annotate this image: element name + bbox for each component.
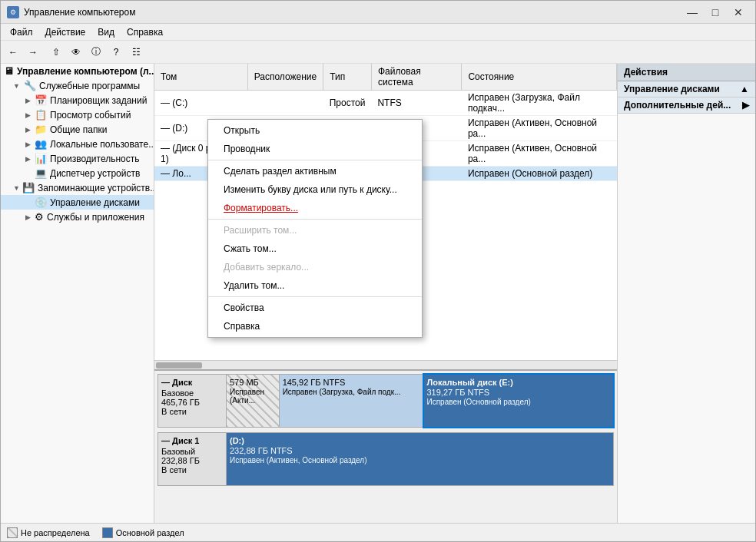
computer-icon: 🖥 [4,65,14,77]
status-lo: Исправен (Основной раздел) [462,167,617,181]
ctx-open[interactable]: Открыть [208,121,422,140]
action-section-diskmgmt: Управление дисками ▲ [618,81,755,97]
status-d0p1: Исправен (Активен, Основной ра... [462,141,617,167]
nav-arrows: ← → [4,44,42,61]
sidebar-item-events[interactable]: ▶ 📋 Просмотр событий [1,107,154,122]
expand-utilities-icon[interactable]: ▼ [13,82,22,90]
sidebar-item-utilities[interactable]: ▼ 🔧 Служебные программы [1,78,154,93]
sidebar-item-services[interactable]: ▶ ⚙ Службы и приложения [1,210,154,224]
col-status[interactable]: Состояние [462,64,617,91]
status-c: Исправен (Загрузка, Файл подкач... [462,91,617,116]
status-bar: Не распределена Основной раздел [1,523,755,541]
devmgr-icon: 💻 [35,167,47,179]
expand-perf-icon[interactable]: ▶ [25,155,35,163]
disk1-type: Базовый [161,447,223,456]
action-section-more-title[interactable]: Дополнительные дей... ▶ [618,97,755,114]
sidebar-item-storage[interactable]: ▼ 💾 Запоминающие устройств... [1,180,154,195]
sidebar-item-diskmgmt[interactable]: ▶ 💿 Управление дисками [1,195,154,210]
expand-users-icon[interactable]: ▶ [25,140,35,148]
expand-services-icon[interactable]: ▶ [25,213,35,221]
disk1-info: — Диск 1 Базовый 232,88 ГБ В сети [158,432,227,486]
table-row[interactable]: — (C:) Простой NTFS Исправен (Загрузка, … [154,91,617,116]
sidebar: 🖥 Управление компьютером (л... ▼ 🔧 Служе… [1,64,154,523]
sidebar-users-label: Локальные пользовате... [50,139,154,150]
close-button[interactable]: ✕ [728,4,749,21]
diskmgmt-icon: 💿 [35,197,47,208]
disk1-part1-status: Исправен (Активен, Основной раздел) [230,456,610,464]
expand-folders-icon[interactable]: ▶ [25,126,35,134]
sidebar-item-folders[interactable]: ▶ 📁 Общие папки [1,122,154,137]
sidebar-item-devmgr[interactable]: ▶ 💻 Диспетчер устройств [1,166,154,180]
ctx-change-letter[interactable]: Изменить букву диска или путь к диску... [208,180,422,199]
action-diskmgmt-arrow: ▲ [740,84,749,94]
ctx-active[interactable]: Сделать раздел активным [208,162,422,180]
disk0-status: В сети [161,407,223,416]
disk0-part1[interactable]: 579 МБ Исправен (Акти... [227,375,280,427]
expand-scheduler-icon[interactable]: ▶ [25,97,35,104]
menu-help[interactable]: Справка [121,25,169,39]
ctx-shrink[interactable]: Сжать том... [208,240,422,258]
disk1-partitions: (D:) 232,88 ГБ NTFS Исправен (Активен, О… [227,432,614,486]
menu-file[interactable]: Файл [4,25,39,39]
disk1-name: — Диск 1 [161,436,223,445]
disk0-part3[interactable]: Локальный диск (E:) 319,27 ГБ NTFS Испра… [424,375,614,427]
disk1-part1[interactable]: (D:) 232,88 ГБ NTFS Исправен (Активен, О… [227,433,613,485]
col-location[interactable]: Расположение [247,64,323,91]
h-scrollbar[interactable] [154,360,617,369]
sidebar-item-scheduler[interactable]: ▶ 📅 Планировщик заданий [1,93,154,107]
expand-storage-icon[interactable]: ▼ [13,184,22,192]
sidebar-folders-label: Общие папки [50,124,107,135]
sidebar-events-label: Просмотр событий [50,110,131,121]
sidebar-root-label: Управление компьютером (л... [17,66,154,77]
ctx-help[interactable]: Справка [208,317,422,335]
ctx-properties[interactable]: Свойства [208,299,422,317]
action-more-arrow: ▶ [742,100,749,111]
menu-bar: Файл Действие Вид Справка [1,24,755,41]
back-button[interactable]: ← [4,44,22,61]
expand-events-icon[interactable]: ▶ [25,111,35,119]
sidebar-item-users[interactable]: ▶ 👥 Локальные пользовате... [1,137,154,151]
up-button[interactable]: ⇧ [47,44,65,61]
events-icon: 📋 [35,109,47,121]
menu-action[interactable]: Действие [39,25,92,39]
disk1-part1-size: 232,88 ГБ NTFS [230,446,610,455]
action-section-more: Дополнительные дей... ▶ [618,97,755,114]
maximize-button[interactable]: □ [705,4,726,21]
actions-title-label: Действия [624,67,668,78]
col-volume[interactable]: Том [154,64,247,91]
type-c: Простой [323,91,372,116]
forward-button[interactable]: → [24,44,42,61]
disk0-part3-name: Локальный диск (E:) [427,378,611,387]
minimize-button[interactable]: — [681,4,703,21]
show-hide-button[interactable]: 👁 [67,44,85,61]
ctx-sep1 [208,160,422,160]
perf-icon: 📊 [35,153,47,164]
menu-view[interactable]: Вид [91,25,121,39]
sidebar-item-perf[interactable]: ▶ 📊 Производительность [1,151,154,166]
extra-button[interactable]: ☷ [127,44,145,61]
help-button[interactable]: ? [107,44,125,61]
scheduler-icon: 📅 [35,94,47,106]
col-type[interactable]: Тип [323,64,372,91]
sidebar-scheduler-label: Планировщик заданий [50,95,147,106]
ctx-extend: Расширить том... [208,221,422,240]
disk1-size: 232,88 ГБ [161,456,223,465]
ctx-delete[interactable]: Удалить том... [208,276,422,295]
disk1-part1-name: (D:) [230,436,610,445]
actions-title: Действия [618,64,755,81]
disk0-info: — Диск Базовое 465,76 ГБ В сети [158,374,227,428]
disk-graphic: — Диск Базовое 465,76 ГБ В сети 579 МБ И… [154,369,617,523]
disk1-row: — Диск 1 Базовый 232,88 ГБ В сети (D:) 2… [158,432,614,486]
ctx-explorer[interactable]: Проводник [208,140,422,158]
h-scrollbar-thumb[interactable] [156,362,202,368]
disk0-part3-size: 319,27 ГБ NTFS [427,388,611,397]
sidebar-root[interactable]: 🖥 Управление компьютером (л... [1,64,154,78]
disk0-part2[interactable]: 145,92 ГБ NTFS Исправен (Загрузка, Файл … [280,375,424,427]
legend-primary-box [102,527,113,538]
ctx-format[interactable]: Форматировать... [208,199,422,217]
legend-primary-label: Основной раздел [116,528,184,537]
col-fs[interactable]: Файловая система [371,64,461,91]
properties-button[interactable]: ⓘ [87,44,105,61]
legend-primary: Основной раздел [102,527,184,538]
action-section-diskmgmt-title[interactable]: Управление дисками ▲ [618,81,755,97]
